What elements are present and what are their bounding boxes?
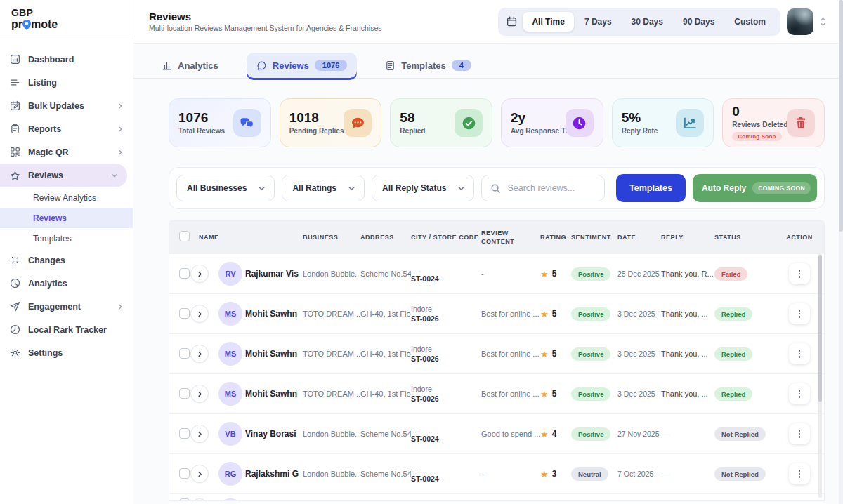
dashboard-icon (9, 54, 20, 65)
row-actions-menu-button[interactable] (789, 463, 810, 484)
expand-row-button[interactable] (190, 265, 209, 283)
sentiment-badge: Positive (571, 307, 610, 321)
sidebar-item-local-rark-tracker[interactable]: Local Rark Tracker (0, 318, 133, 341)
brand-line1: GBP (11, 8, 122, 18)
tab-analytics[interactable]: Analytics (152, 53, 228, 78)
rating-value: 5 (552, 389, 557, 399)
expand-row-button[interactable] (190, 465, 209, 483)
chevron-right-icon (117, 102, 124, 110)
expand-row-button[interactable] (190, 425, 209, 443)
row-actions-menu-button[interactable] (789, 303, 810, 324)
sidebar-item-reviews[interactable]: Reviews (0, 164, 127, 187)
sidebar-nav: Dashboard Listing Bulk Updates Reports M… (0, 39, 133, 364)
sidebar-item-label: Reports (28, 124, 61, 134)
page-scrollbar[interactable] (839, 0, 843, 504)
tab-reviews-icon (256, 60, 267, 71)
sidebar-item-bulk-updates[interactable]: Bulk Updates (0, 94, 133, 117)
store-code: ST-0026 (411, 314, 477, 323)
rating-value: 5 (552, 309, 557, 319)
table-scrollbar[interactable] (818, 253, 822, 498)
review-content: Best for online ... (481, 310, 540, 318)
chevron-down-icon (348, 185, 355, 192)
businesses-filter-dropdown[interactable]: All Businesses (176, 175, 275, 201)
chat-bubbles-icon (233, 109, 261, 137)
time-filter-90-days[interactable]: 90 Days (674, 12, 724, 32)
time-filter-custom[interactable]: Custom (725, 12, 775, 32)
tab-reviews[interactable]: Reviews 1076 (247, 53, 358, 78)
avatar: MS (218, 382, 242, 406)
row-checkbox[interactable] (169, 468, 190, 480)
sidebar-item-settings[interactable]: Settings (0, 341, 133, 364)
sidebar-item-engagement[interactable]: Engagement (0, 295, 133, 318)
select-all-checkbox[interactable] (169, 231, 190, 244)
review-content: - (481, 470, 540, 478)
row-checkbox[interactable] (169, 348, 190, 360)
rating: ★ 3 (540, 469, 571, 479)
sidebar-item-reports[interactable]: Reports (0, 117, 133, 140)
row-actions-menu-button[interactable] (789, 263, 810, 284)
star-icon: ★ (540, 270, 549, 279)
row-actions-menu-button[interactable] (789, 423, 810, 444)
search-input[interactable] (507, 183, 596, 193)
coming-soon-badge: Coming Soon (732, 132, 781, 141)
brand-logo[interactable]: GBP prmote (0, 0, 133, 39)
topbar: Reviews Multi-location Reviews Managemen… (133, 0, 843, 44)
stat-value: 2y (511, 111, 566, 125)
sidebar-item-dashboard[interactable]: Dashboard (0, 48, 133, 71)
sidebar-item-label: Local Rark Tracker (28, 325, 107, 335)
sidebar-item-listing[interactable]: Listing (0, 71, 133, 94)
templates-button[interactable]: Templates (616, 174, 686, 202)
row-checkbox[interactable] (169, 494, 190, 501)
stat-text: 2y Avg Response Time (511, 111, 566, 135)
expand-row-button[interactable] (190, 345, 209, 363)
pending-bubble-icon (344, 109, 372, 137)
user-avatar[interactable] (787, 8, 813, 35)
stat-label: Avg Response Time (511, 127, 566, 135)
row-actions-menu-button[interactable] (789, 383, 810, 404)
reply-status-filter-dropdown[interactable]: All Reply Status (372, 175, 474, 201)
row-checkbox[interactable] (169, 268, 190, 280)
time-filter-30-days[interactable]: 30 Days (622, 12, 672, 32)
column-header-rating: RATING (540, 233, 571, 241)
avatar (218, 498, 242, 501)
sidebar-item-changes[interactable]: Changes (0, 248, 133, 272)
chevron-right-icon (117, 303, 124, 310)
auto-reply-button[interactable]: Auto Reply COMING SOON (693, 174, 817, 202)
business-name: TOTO DREAM ... (303, 350, 360, 358)
sidebar-item-magic-qr[interactable]: Magic QR (0, 140, 133, 164)
tab-templates[interactable]: Templates 4 (375, 53, 481, 78)
sidebar-item-reviews[interactable]: Reviews (0, 208, 133, 228)
review-date: 27 Nov 2025 (617, 430, 661, 438)
row-checkbox[interactable] (169, 388, 190, 400)
location-pin-icon (22, 20, 31, 30)
sidebar-item-templates[interactable]: Templates (0, 228, 133, 248)
expand-row-button[interactable] (190, 498, 209, 501)
column-header-reply: REPLY (661, 233, 714, 241)
row-checkbox[interactable] (169, 428, 190, 440)
sidebar-item-label: Settings (28, 348, 63, 358)
ratings-filter-dropdown[interactable]: All Ratings (282, 175, 365, 201)
status-badge: Not Replied (714, 467, 766, 481)
expand-row-button[interactable] (190, 305, 209, 323)
time-filter-all-time[interactable]: All Time (523, 12, 573, 32)
sidebar-item-analytics[interactable]: Analytics (0, 272, 133, 295)
sentiment: Positive (571, 387, 617, 401)
row-actions-menu-button[interactable] (789, 343, 810, 364)
listing-icon (9, 77, 20, 88)
stat-value: 1018 (289, 111, 344, 125)
column-header-status: STATUS (714, 233, 779, 241)
search-box (481, 175, 605, 201)
review-date: 3 Dec 2025 (617, 350, 661, 358)
time-filter-7-days[interactable]: 7 Days (575, 12, 621, 32)
page-heading: Reviews Multi-location Reviews Managemen… (149, 11, 381, 32)
stat-value: 0 (732, 105, 787, 119)
expand-row-button[interactable] (190, 385, 209, 403)
account-selector-icon[interactable] (820, 17, 826, 27)
tabs-bar: Analytics Reviews 1076 Templates 4 (133, 44, 843, 79)
stat-text: 5% Reply Rate (622, 111, 658, 135)
sidebar-item-review-analytics[interactable]: Review Analytics (0, 187, 133, 208)
row-checkbox[interactable] (169, 308, 190, 320)
auto-reply-label: Auto Reply (702, 183, 746, 193)
tab-label: Analytics (178, 60, 218, 71)
review-content: - (481, 270, 540, 278)
